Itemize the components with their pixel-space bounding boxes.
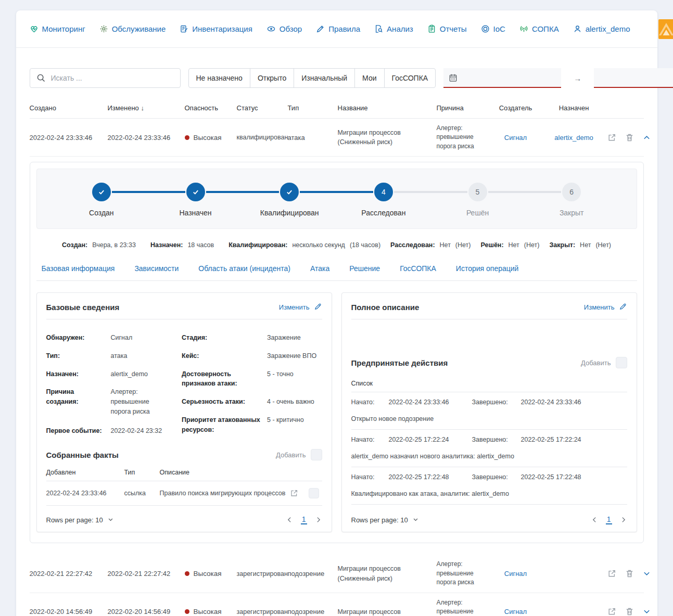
description-empty-area [351,319,627,352]
nav-item-sopka[interactable]: СОПКА [519,24,559,33]
nav-item-inventory[interactable]: Инвентаризация [180,24,252,33]
field-type: Тип:атака [46,351,172,361]
tab-dependencies[interactable]: Зависимости [134,264,179,273]
date-from-field [443,68,561,88]
next-page-icon[interactable] [620,516,627,523]
timeline-item: Назначен:18 часов [150,241,219,249]
delete-trash-icon[interactable] [625,607,634,616]
check-icon [192,188,200,196]
filter-initial-button[interactable]: Изначальный [294,68,355,88]
open-external-icon[interactable] [607,133,616,142]
cell-type: подозрение [288,570,338,578]
prev-page-icon[interactable] [591,516,598,523]
tab-attack[interactable]: Атака [310,264,329,273]
date-to-input[interactable] [599,73,673,82]
col-header-assignee[interactable]: Назначен [541,104,607,112]
creator-link[interactable]: Сигнал [491,608,541,615]
assignee-link[interactable]: alertix_demo [111,369,172,379]
pencil-icon [316,24,325,33]
nav-item-analysis[interactable]: Анализ [374,24,413,33]
table-header-row: Создано Изменено ↓ Опасность Статус Тип … [30,99,644,119]
tab-gossopka[interactable]: ГосСОПКА [400,264,436,273]
cell-severity: Высокая [185,134,237,142]
nav-item-maintenance[interactable]: Обслуживание [99,24,166,33]
table-row[interactable]: 2022-02-20 14:56:49 2022-02-20 14:56:49 … [30,593,644,616]
nav-item-monitoring[interactable]: Мониторинг [30,24,85,33]
col-header-type[interactable]: Тип [288,104,338,112]
nav-label: Мониторинг [42,24,85,33]
nav-item-ioc[interactable]: IoC [481,24,505,33]
collapse-chevron-up-icon[interactable] [643,134,651,142]
expand-chevron-down-icon[interactable] [643,608,651,615]
tab-basic-info[interactable]: Базовая информация [42,264,115,273]
fact-toggle[interactable] [309,488,319,498]
step-circle[interactable] [186,183,205,201]
cell-modified: 2022-02-24 23:33:46 [108,134,185,142]
filter-open-button[interactable]: Открыто [250,68,294,88]
tab-attack-area[interactable]: Область атаки (инцидента) [198,264,290,273]
nav-item-rules[interactable]: Правила [316,24,360,33]
antenna-icon [519,24,528,33]
filter-unassigned-button[interactable]: Не назначено [188,68,250,88]
finished-label: Завершено: [472,473,521,481]
col-header-created[interactable]: Создано [30,104,108,112]
field-case: Кейс:Заражение ВПО [182,351,322,361]
page-number[interactable]: 1 [606,515,612,524]
delete-trash-icon[interactable] [625,569,634,578]
page-number[interactable]: 1 [301,515,307,524]
col-header-reason[interactable]: Причина [437,104,491,112]
filter-gossopka-button[interactable]: ГосСОПКА [384,68,436,88]
actions-rows-per-page-select[interactable]: Rows per page: 10 [351,516,418,524]
nav-label: Правила [328,24,360,33]
prev-page-icon[interactable] [286,516,293,523]
add-fact-toggle[interactable] [311,449,322,460]
search-input[interactable] [51,74,174,82]
open-external-icon[interactable] [607,607,616,616]
col-header-severity[interactable]: Опасность [185,104,237,112]
col-header-modified[interactable]: Изменено ↓ [108,104,185,112]
field-resource-priority: Приоритет атакованных ресурсов:5 - крити… [182,415,322,435]
assignee-link[interactable]: alertix_demo [541,134,607,142]
add-fact-control: Добавить [276,449,322,460]
step-circle[interactable]: 6 [562,183,581,201]
creator-link[interactable]: Сигнал [491,570,541,578]
table-row[interactable]: 2022-02-24 23:33:46 2022-02-24 23:33:46 … [30,119,644,157]
date-from-input[interactable] [462,73,556,82]
expand-chevron-down-icon[interactable] [643,570,651,578]
filter-mine-button[interactable]: Мои [354,68,384,88]
tab-operations-history[interactable]: История операций [456,264,519,273]
step-circle[interactable]: 5 [468,183,487,201]
cell-name: Миграции процессов (Сниженный риск) [338,564,437,583]
nav-item-overview[interactable]: Обзор [266,24,302,33]
check-icon [97,188,106,196]
edit-basic-info-button[interactable]: Изменить [279,302,322,312]
open-external-icon[interactable] [290,489,309,497]
cell-reason: Алертер: превышение порога риска [437,598,491,616]
user-icon [573,24,582,33]
creator-link[interactable]: Сигнал [491,134,541,142]
next-page-icon[interactable] [315,516,322,523]
step-circle[interactable]: 4 [374,183,393,201]
table-row[interactable]: 2022-02-21 22:27:42 2022-02-21 22:27:42 … [30,555,644,593]
col-header-name[interactable]: Название [338,104,437,112]
col-header-creator[interactable]: Создатель [491,104,541,112]
col-header-status[interactable]: Статус [237,104,288,112]
finished-label: Завершено: [472,399,521,406]
open-external-icon[interactable] [607,569,616,578]
add-action-toggle[interactable] [616,357,627,368]
step-label: Квалифицирован [260,209,319,217]
date-to-field [594,68,673,88]
search-box [30,68,181,88]
tab-solution[interactable]: Решение [349,264,380,273]
nav-label: Отчеты [440,24,467,33]
target-circle-icon [481,24,490,33]
step-circle[interactable] [280,183,299,201]
step-circle[interactable] [92,183,111,201]
detected-source-link[interactable]: Сигнал [111,333,172,343]
delete-trash-icon[interactable] [625,133,634,142]
nav-item-user-account[interactable]: alertix_demo [573,24,630,33]
nav-item-reports[interactable]: Отчеты [427,24,467,33]
field-stage: Стадия:Заражение [182,333,322,343]
edit-description-button[interactable]: Изменить [584,302,627,312]
facts-rows-per-page-select[interactable]: Rows per page: 10 [46,516,113,524]
